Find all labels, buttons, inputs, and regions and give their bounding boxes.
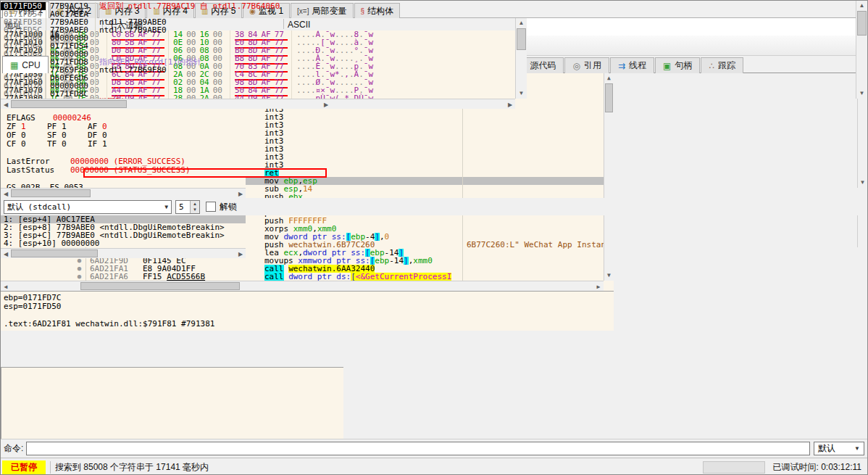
tab-CPU[interactable]: ▦CPU	[2, 56, 49, 73]
tab-label: 源代码	[530, 59, 556, 72]
disassembly-hscrollbar[interactable]: ◀ ▶	[1, 281, 604, 291]
argument-row[interactable]: 4: [esp+10] 00000000	[1, 239, 246, 247]
disasm-row[interactable]: ●6AD21FA6FF15 ACD5566Bcall dword ptr ds:…	[1, 273, 604, 281]
calling-convention-value: 默认 (stdcall)	[7, 202, 71, 212]
info-line: esp=0171FD50	[4, 302, 614, 311]
info-panel: ebp=0171FD7Cesp=0171FD50.text:6AD21F81 w…	[1, 291, 614, 331]
breakpoint-dot-icon[interactable]: ●	[73, 265, 85, 273]
dump-tab-结构体[interactable]: §结构体	[354, 3, 401, 18]
arguments-vscrollbar[interactable]	[857, 215, 867, 247]
struct-icon: §	[361, 7, 365, 15]
unlock-checkbox[interactable]	[206, 202, 216, 212]
references-icon: ◎	[572, 61, 580, 71]
threads-icon: ⇉	[618, 61, 625, 71]
tab-label: 句柄	[675, 59, 692, 72]
status-message: 搜索到 85008 个字符串于 17141 毫秒内	[55, 461, 209, 474]
tab-label: 线程	[629, 59, 646, 72]
cpu-icon: ▦	[10, 60, 18, 70]
debug-time-value: 0:03:12:11	[821, 462, 861, 472]
command-label: 命令:	[4, 442, 23, 455]
stack-vscrollbar[interactable]: ▲ ▼	[856, 1, 867, 99]
handles-icon: ▣	[663, 61, 671, 71]
argument-count-stepper[interactable]: 5 ▲▼	[175, 200, 200, 214]
chevron-down-icon: ▼	[164, 204, 168, 210]
registers-hscrollbar[interactable]: ◀ ▶	[1, 188, 246, 198]
argument-count-value: 5	[176, 201, 190, 213]
spin-down-icon[interactable]: ▼	[191, 207, 199, 213]
register-row[interactable]: LastStatus00000000 (STATUS_SUCCESS)	[7, 166, 246, 175]
trace-icon: ∴	[709, 61, 714, 71]
dump-vscrollbar[interactable]: ▲ ▼	[515, 18, 527, 99]
tab-线程[interactable]: ⇉线程	[610, 57, 654, 73]
x32dbg-window: WeChat.exe - PID: 263C - 模块: wechatwin.d…	[0, 0, 868, 475]
tab-label: 跟踪	[718, 59, 735, 72]
command-bar: 命令: 默认 ▼	[1, 439, 867, 458]
status-grip	[703, 461, 765, 474]
register-row[interactable]: ZF 1PF 1AF 0	[7, 123, 246, 131]
tab-句柄[interactable]: ▣句柄	[655, 57, 700, 73]
tab-label: 引用	[584, 59, 601, 72]
stack-rows: 0171FD5077B9AC19返回到 ntdll.77B9AC19 自 ntd…	[1, 2, 331, 99]
debug-time-label: 已调试时间:	[772, 462, 818, 472]
command-input[interactable]	[26, 442, 810, 455]
paused-status-badge: 已暂停	[2, 460, 46, 474]
calling-convention-select[interactable]: 默认 (stdcall) ▼	[4, 200, 172, 214]
info-line: ebp=0171FD7C	[4, 294, 614, 302]
breakpoint-dot-icon[interactable]: ●	[73, 273, 85, 281]
tab-跟踪[interactable]: ∴跟踪	[701, 57, 743, 73]
debug-time: 已调试时间: 0:03:12:11	[772, 461, 867, 474]
stack-hscrollbar[interactable]: ◀ ▶	[1, 99, 331, 109]
tab-label: CPU	[22, 60, 40, 70]
calling-convention-bar: 默认 (stdcall) ▼ 5 ▲▼ 解锁	[1, 198, 867, 215]
register-row[interactable]: CF 0TF 0IF 1	[7, 140, 246, 149]
info-line: .text:6AD21F81 wechatwin.dll:$791F81 #79…	[4, 320, 614, 329]
register-row[interactable]: OF 0SF 0DF 0	[7, 131, 246, 140]
register-row[interactable]: EFLAGS00000246	[7, 114, 246, 123]
disassembly-vscrollbar[interactable]: ▲ ▼	[604, 73, 614, 281]
call-arguments-list: 1: [esp+4] A0C17EEA2: [esp+8] 77B9ABE0 <…	[1, 215, 246, 247]
unlock-label: 解锁	[220, 201, 237, 213]
dump-tab-label: 结构体	[367, 5, 393, 17]
arguments-hscrollbar[interactable]: ◀ ▶	[1, 248, 246, 258]
stack-row[interactable]: 0171FD7C0171FD8C	[1, 90, 331, 98]
command-profile-select[interactable]: 默认 ▼	[814, 442, 864, 455]
tab-引用[interactable]: ◎引用	[564, 57, 609, 73]
command-profile-value: 默认	[818, 442, 835, 455]
spin-up-icon[interactable]: ▲	[191, 201, 199, 207]
status-bar: 已暂停 搜索到 85008 个字符串于 17141 毫秒内 已调试时间: 0:0…	[1, 458, 867, 475]
chevron-down-icon: ▼	[854, 445, 860, 452]
